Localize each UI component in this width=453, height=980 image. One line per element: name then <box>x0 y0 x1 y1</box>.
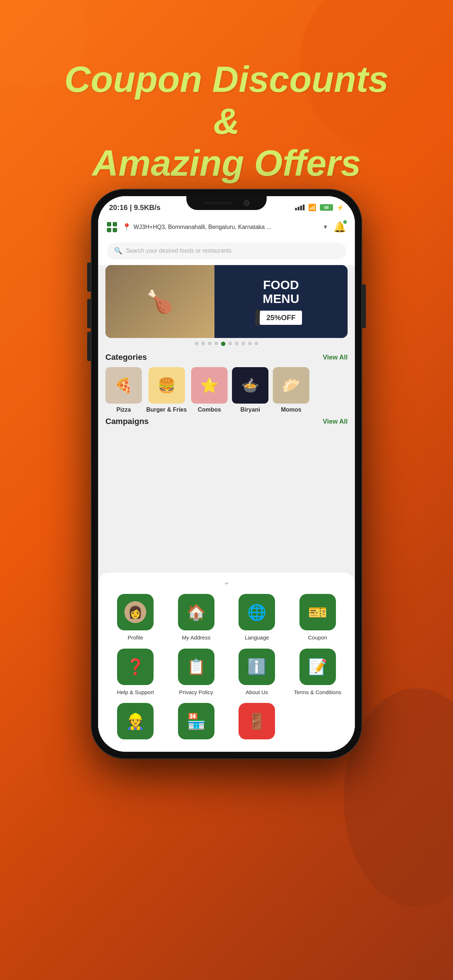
banner-offer: 25%OFF <box>260 310 302 325</box>
menu-item-about-us[interactable]: ℹ️ About Us <box>228 649 286 696</box>
my-address-label: My Address <box>182 634 211 641</box>
sheet-handle[interactable]: ⌄ <box>107 577 346 587</box>
menu-item-language[interactable]: 🌐 Language <box>228 594 286 641</box>
more-2-icon: 🏪 <box>187 713 206 730</box>
category-image: 🍕 <box>105 367 142 404</box>
notch-camera <box>244 200 249 206</box>
menu-item-help-support[interactable]: ❓ Help & Support <box>107 649 164 696</box>
banner-text-area: FOOD MENU 25%OFF <box>214 265 348 338</box>
categories-row: 🍕 Pizza 🍔 Burger & Fries ⭐ Combos 🍲 Biry… <box>105 367 348 413</box>
signal-bars <box>295 205 305 210</box>
campaigns-header: Campaigns View All <box>105 417 348 426</box>
terms-conditions-icon-box: 📝 <box>300 649 336 685</box>
category-image: 🥟 <box>273 367 309 404</box>
search-placeholder: Search your desired foods or restaurants <box>126 248 231 254</box>
category-label: Burger & Fries <box>146 407 187 413</box>
category-label: Momos <box>281 407 301 413</box>
promo-banner[interactable]: 🍗 FOOD MENU 25%OFF <box>105 265 348 338</box>
privacy-policy-icon: 📋 <box>187 658 206 676</box>
my-address-icon-box: 🏠 <box>178 594 214 630</box>
category-label: Combos <box>198 407 221 413</box>
about-us-label: About Us <box>246 689 268 696</box>
search-icon: 🔍 <box>114 247 122 255</box>
category-image: 🍔 <box>148 367 185 404</box>
battery-icon: 68 <box>320 204 333 211</box>
grid-menu-icon[interactable] <box>107 222 117 232</box>
search-input-wrap[interactable]: 🔍 Search your desired foods or restauran… <box>107 242 346 259</box>
menu-grid: 👩 Profile 🏠 My Address 🌐 Language 🎫 Coup… <box>107 594 346 743</box>
menu-item-profile[interactable]: 👩 Profile <box>107 594 164 641</box>
coupon-icon: 🎫 <box>308 603 327 621</box>
terms-conditions-icon: 📝 <box>308 658 327 676</box>
privacy-policy-label: Privacy Policy <box>179 689 213 696</box>
category-item-biryani[interactable]: 🍲 Biryani <box>232 367 268 413</box>
category-label: Pizza <box>116 407 131 413</box>
category-item-burger-&-fries[interactable]: 🍔 Burger & Fries <box>146 367 187 413</box>
app-content: 📍 WJ3H+HQ3, Bommanahalli, Bengaluru, Kar… <box>98 215 355 752</box>
bottom-sheet: ⌄ 👩 Profile 🏠 My Address 🌐 Language 🎫 Co… <box>98 573 355 752</box>
terms-conditions-label: Terms & Conditions <box>294 689 341 696</box>
category-label: Biryani <box>240 407 260 413</box>
menu-item-coupon[interactable]: 🎫 Coupon <box>289 594 346 641</box>
phone-screen: 20:16 | 9.5KB/s 📶 68 ⚡ <box>98 196 355 752</box>
bolt-icon: ⚡ <box>337 204 344 211</box>
location-text: WJ3H+HQ3, Bommanahalli, Bengaluru, Karna… <box>134 224 320 231</box>
privacy-policy-icon-box: 📋 <box>178 649 214 685</box>
avatar: 👩 <box>124 601 146 623</box>
campaigns-title: Campaigns <box>105 417 149 426</box>
campaigns-view-all[interactable]: View All <box>323 418 348 425</box>
hero-text: Coupon Discounts & Amazing Offers <box>0 58 453 184</box>
menu-item-my-address[interactable]: 🏠 My Address <box>168 594 225 641</box>
notification-dot <box>343 220 347 224</box>
categories-header: Categories View All <box>105 353 348 362</box>
notch-speaker <box>204 202 233 205</box>
menu-item-logout[interactable]: 🚪 <box>228 703 286 743</box>
menu-item-more-2[interactable]: 🏪 <box>168 703 225 743</box>
profile-icon-box: 👩 <box>117 594 153 630</box>
more-1-icon: 👷 <box>126 713 145 730</box>
categories-section: Categories View All 🍕 Pizza 🍔 Burger & F… <box>98 349 355 413</box>
categories-title: Categories <box>105 353 147 362</box>
status-time: 20:16 | 9.5KB/s <box>109 204 161 212</box>
banner-food-image: 🍗 <box>105 265 214 338</box>
logout-icon: 🚪 <box>247 713 266 730</box>
about-us-icon: ℹ️ <box>247 658 266 676</box>
phone-outer: 20:16 | 9.5KB/s 📶 68 ⚡ <box>91 189 362 758</box>
hero-line2: & <box>214 100 239 142</box>
category-item-pizza[interactable]: 🍕 Pizza <box>105 367 142 413</box>
menu-item-terms-conditions[interactable]: 📝 Terms & Conditions <box>289 649 346 696</box>
language-icon-box: 🌐 <box>239 594 275 630</box>
menu-item-more-1[interactable]: 👷 <box>107 703 164 743</box>
more-1-icon-box: 👷 <box>117 703 153 740</box>
banner-title: FOOD MENU <box>263 278 299 305</box>
category-item-momos[interactable]: 🥟 Momos <box>273 367 309 413</box>
campaigns-section: Campaigns View All <box>98 413 355 426</box>
about-us-icon-box: ℹ️ <box>239 649 275 685</box>
bell-button[interactable]: 🔔 <box>333 221 346 233</box>
wifi-icon: 📶 <box>308 204 316 212</box>
hero-line3: Amazing Offers <box>92 143 361 183</box>
top-bar: 📍 WJ3H+HQ3, Bommanahalli, Bengaluru, Kar… <box>98 215 355 239</box>
location-row[interactable]: 📍 WJ3H+HQ3, Bommanahalli, Bengaluru, Kar… <box>122 223 328 232</box>
category-image: 🍲 <box>232 367 268 404</box>
phone-notch <box>187 196 266 210</box>
coupon-icon-box: 🎫 <box>300 594 336 630</box>
category-item-combos[interactable]: ⭐ Combos <box>191 367 228 413</box>
my-address-icon: 🏠 <box>187 603 206 621</box>
phone-mockup: 20:16 | 9.5KB/s 📶 68 ⚡ <box>91 189 362 758</box>
coupon-label: Coupon <box>308 634 327 641</box>
help-support-icon-box: ❓ <box>117 649 153 685</box>
category-image: ⭐ <box>191 367 228 404</box>
logout-icon-box: 🚪 <box>239 703 275 740</box>
status-right: 📶 68 ⚡ <box>295 204 344 212</box>
help-support-label: Help & Support <box>117 689 154 696</box>
language-label: Language <box>245 634 269 641</box>
profile-label: Profile <box>128 634 144 641</box>
language-icon: 🌐 <box>247 603 266 621</box>
search-bar-container: 🔍 Search your desired foods or restauran… <box>98 239 355 265</box>
hero-line1: Coupon Discounts <box>65 59 389 100</box>
menu-item-privacy-policy[interactable]: 📋 Privacy Policy <box>168 649 225 696</box>
categories-view-all[interactable]: View All <box>323 354 348 361</box>
banner-dots <box>98 342 355 346</box>
more-2-icon-box: 🏪 <box>178 703 214 740</box>
